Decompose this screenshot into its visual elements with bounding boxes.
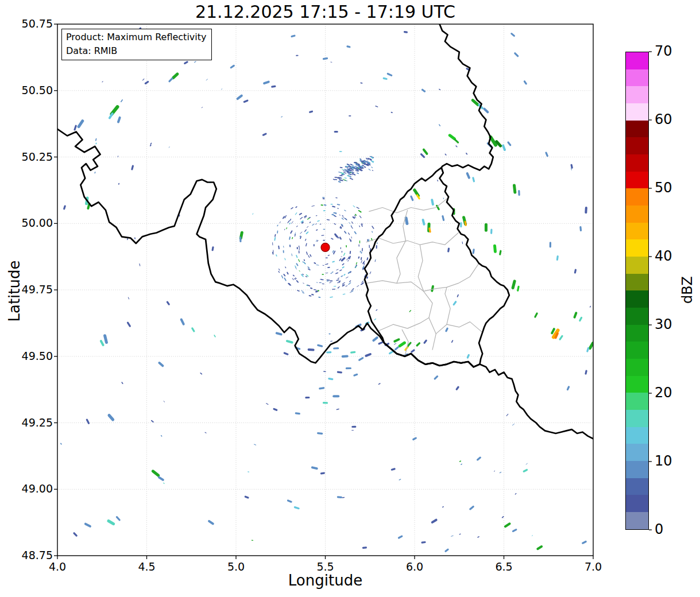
colorbar-segment (626, 239, 648, 257)
colorbar-segment (626, 69, 648, 87)
x-tick-label: 5.0 (216, 560, 256, 573)
colorbar-segment (626, 52, 648, 69)
y-tick-label: 49.50 (1, 350, 53, 362)
x-tick-label: 4.0 (37, 560, 78, 573)
colorbar-segment (626, 359, 648, 376)
colorbar-tick-label: 20 (655, 385, 672, 401)
colorbar-segment (626, 86, 648, 103)
colorbar-segment (626, 342, 648, 359)
product-annotation-box: Product: Maximum Reflectivity Data: RMIB (61, 29, 212, 60)
x-tick-label: 4.5 (127, 560, 167, 573)
colorbar-segment (626, 274, 648, 291)
plot-area (57, 24, 593, 556)
colorbar-segment (626, 376, 648, 393)
radar-map-figure: 21.12.2025 17:15 - 17:19 UTC Product: Ma… (0, 0, 700, 597)
x-tick-label: 5.5 (305, 560, 346, 573)
colorbar-tick-label: 40 (655, 248, 672, 264)
colorbar-segment (626, 461, 648, 478)
colorbar-segment (626, 121, 648, 138)
colorbar-segment (626, 154, 648, 172)
y-tick-label: 49.00 (1, 482, 53, 495)
colorbar-segment (626, 478, 648, 495)
colorbar-segment (626, 325, 648, 342)
colorbar-segment (626, 172, 648, 189)
colorbar-tick-label: 60 (655, 111, 672, 127)
x-tick-label: 6.0 (395, 560, 435, 573)
colorbar-segment (626, 495, 648, 512)
y-tick-label: 50.75 (1, 17, 53, 30)
colorbar-segment (626, 206, 648, 223)
colorbar-segment (626, 308, 648, 325)
x-axis-label: Longitude (57, 572, 593, 589)
colorbar-segment (626, 290, 648, 308)
colorbar-tick-label: 10 (655, 453, 672, 469)
colorbar-segment (626, 103, 648, 121)
y-tick-label: 49.25 (1, 416, 53, 429)
x-tick-label: 6.5 (484, 560, 524, 573)
y-tick-label: 49.75 (1, 283, 53, 296)
colorbar-segment (626, 257, 648, 274)
y-tick-label: 50.00 (1, 216, 53, 229)
product-annotation-line1: Product: Maximum Reflectivity (66, 30, 206, 44)
colorbar-segment (626, 223, 648, 240)
y-tick-label: 48.75 (1, 549, 53, 561)
colorbar-tick-label: 70 (655, 43, 672, 59)
colorbar-tick-label: 50 (655, 180, 672, 196)
x-tick-label: 7.0 (573, 560, 613, 573)
colorbar-segment (626, 410, 648, 427)
map-canvas (0, 0, 700, 597)
colorbar (625, 52, 649, 530)
figure-title: 21.12.2025 17:15 - 17:19 UTC (57, 2, 593, 22)
product-annotation-line2: Data: RMIB (66, 44, 206, 58)
colorbar-tick-label: 0 (655, 521, 663, 537)
colorbar-segment (626, 393, 648, 410)
colorbar-tick-label: 30 (655, 316, 672, 332)
colorbar-segment (626, 137, 648, 154)
colorbar-label: dBZ (664, 267, 700, 313)
y-tick-label: 50.50 (1, 84, 53, 96)
colorbar-segment (626, 427, 648, 444)
colorbar-segment (626, 444, 648, 461)
colorbar-segment (626, 512, 648, 529)
y-tick-label: 50.25 (1, 150, 53, 163)
map-plot-content (57, 24, 593, 556)
colorbar-segment (626, 188, 648, 206)
